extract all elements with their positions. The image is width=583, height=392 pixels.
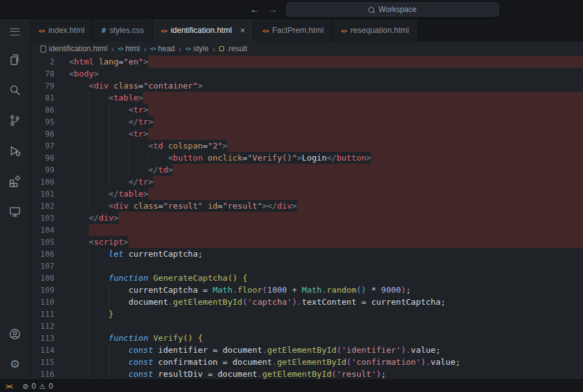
problems-indicator[interactable]: ⊘ 0 ⚠ 0 <box>22 382 53 391</box>
line-fill <box>203 80 583 92</box>
tag-icon: <> <box>118 46 123 52</box>
breadcrumb-item-identification-html[interactable]: identification.html <box>41 44 108 53</box>
code-line-103[interactable]: 103</div> <box>30 212 583 224</box>
breadcrumb-item-style[interactable]: <>style <box>185 44 209 53</box>
line-highlight <box>148 104 583 116</box>
line-number: 103 <box>30 212 63 224</box>
line-number: 109 <box>30 284 63 296</box>
code-text: const resultDiv = document.getElementByI… <box>63 368 386 379</box>
status-bar: >< ⊘ 0 ⚠ 0 <box>0 379 583 392</box>
forward-arrow-icon[interactable]: → <box>268 4 277 15</box>
code-line-78[interactable]: 78<body> <box>30 68 583 80</box>
line-number: 104 <box>30 224 63 236</box>
line-fill <box>386 368 583 379</box>
code-text: currentCaptcha = Math.floor(1000 + Math.… <box>63 284 411 296</box>
code-line-110[interactable]: 110document.getElementById('captcha').te… <box>30 296 583 308</box>
code-line-105[interactable]: 105<script> <box>30 236 583 248</box>
line-highlight <box>148 188 583 200</box>
breadcrumb-item-head[interactable]: <>head <box>150 44 175 53</box>
file-icon <box>41 46 46 52</box>
line-highlight <box>153 176 583 188</box>
tab-identification.html[interactable]: <>identification.html× <box>153 19 254 42</box>
code-line-106[interactable]: 106let currentCaptcha; <box>30 248 583 260</box>
hamburger-icon <box>10 28 20 35</box>
code-line-2[interactable]: 2<html lang="en"> <box>30 56 583 68</box>
line-number: 108 <box>30 272 63 284</box>
line-fill <box>113 308 583 320</box>
code-line-112[interactable]: 112 <box>30 320 583 332</box>
back-arrow-icon[interactable]: ← <box>250 4 259 15</box>
breadcrumb: identification.html›<>html›<>head›<>styl… <box>30 42 583 56</box>
line-number: 86 <box>30 104 63 116</box>
line-number: 81 <box>30 92 63 104</box>
line-number: 116 <box>30 368 63 379</box>
code-text: </div> <box>63 212 118 224</box>
code-text: const identifier = document.getElementBy… <box>63 344 441 356</box>
tab-label: index.html <box>48 26 84 35</box>
line-highlight <box>148 128 583 140</box>
tab-index.html[interactable]: <>index.html <box>30 19 93 42</box>
remote-indicator-icon[interactable]: >< <box>6 383 11 390</box>
code-line-97[interactable]: 97<td colspan="2"> <box>30 140 583 152</box>
code-line-107[interactable]: 107 <box>30 260 583 272</box>
code-line-102[interactable]: 102<div class="result" id="result"></div… <box>30 200 583 212</box>
line-highlight <box>297 200 583 212</box>
run-debug-icon[interactable] <box>0 135 30 166</box>
code-line-96[interactable]: 96<tr> <box>30 128 583 140</box>
code-line-104[interactable]: 104 <box>30 224 583 236</box>
code-line-99[interactable]: 99</td> <box>30 164 583 176</box>
code-text: </tr> <box>63 176 153 188</box>
code-line-115[interactable]: 115const confirmation = document.getElem… <box>30 356 583 368</box>
code-line-81[interactable]: 81<table> <box>30 92 583 104</box>
line-highlight <box>153 116 583 128</box>
remote-explorer-icon[interactable] <box>0 196 30 226</box>
code-line-86[interactable]: 86<tr> <box>30 104 583 116</box>
html-file-icon: <> <box>341 27 346 34</box>
close-icon[interactable]: × <box>240 26 245 35</box>
code-line-100[interactable]: 100</tr> <box>30 176 583 188</box>
code-line-108[interactable]: 108function GenerateCaptcha() { <box>30 272 583 284</box>
code-text: document.getElementById('captcha').textC… <box>63 296 446 308</box>
code-line-114[interactable]: 114const identifier = document.getElemen… <box>30 344 583 356</box>
code-line-101[interactable]: 101</table> <box>30 188 583 200</box>
line-fill <box>109 260 583 272</box>
tab-label: resequation.html <box>351 26 409 35</box>
code-text <box>63 224 89 236</box>
extensions-icon[interactable] <box>0 166 30 196</box>
line-number: 115 <box>30 356 63 368</box>
account-icon[interactable] <box>0 319 30 349</box>
html-file-icon: <> <box>161 27 166 34</box>
line-fill <box>441 344 583 356</box>
menu-icon[interactable] <box>0 19 30 44</box>
code-line-113[interactable]: 113function Verify() { <box>30 332 583 344</box>
search-sidebar-icon[interactable] <box>0 75 30 105</box>
line-fill <box>446 296 583 308</box>
settings-gear-icon[interactable]: ⚙ <box>0 349 30 379</box>
line-fill <box>99 68 583 80</box>
line-highlight <box>227 140 583 152</box>
html-file-icon: <> <box>39 27 44 34</box>
tab-styles.css[interactable]: #styles.css <box>93 19 153 42</box>
command-center-search[interactable]: Workspace <box>286 3 499 16</box>
explorer-icon[interactable] <box>0 44 30 75</box>
source-control-icon[interactable] <box>0 105 30 135</box>
code-line-79[interactable]: 79<div class="container"> <box>30 80 583 92</box>
breadcrumb-item-html[interactable]: <>html <box>118 44 140 53</box>
search-icon <box>367 6 375 14</box>
code-line-116[interactable]: 116const resultDiv = document.getElement… <box>30 368 583 379</box>
line-fill <box>203 332 583 344</box>
tab-FactPrem.html[interactable]: <>FactPrem.html <box>254 19 332 42</box>
code-line-111[interactable]: 111} <box>30 308 583 320</box>
code-line-95[interactable]: 95</tr> <box>30 116 583 128</box>
code-area[interactable]: 2<html lang="en">78<body>79<div class="c… <box>30 56 583 379</box>
line-number: 107 <box>30 260 63 272</box>
tab-resequation.html[interactable]: <>resequation.html <box>332 19 418 42</box>
line-number: 113 <box>30 332 63 344</box>
breadcrumb-item-result[interactable]: .result <box>219 44 248 53</box>
workspace-search-label: Workspace <box>379 5 417 14</box>
code-line-98[interactable]: 98<button onclick="Verify()">Login</butt… <box>30 152 583 164</box>
code-line-109[interactable]: 109currentCaptcha = Math.floor(1000 + Ma… <box>30 284 583 296</box>
code-text: <button onclick="Verify()">Login</button… <box>63 152 371 164</box>
line-number: 97 <box>30 140 63 152</box>
line-number: 106 <box>30 248 63 260</box>
